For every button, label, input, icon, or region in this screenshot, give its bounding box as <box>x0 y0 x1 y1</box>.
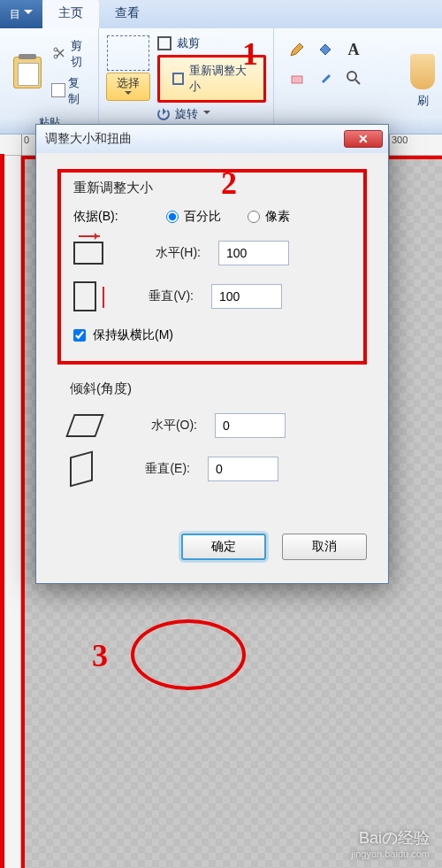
skew-v-input[interactable] <box>208 457 278 481</box>
resize-button[interactable]: 重新调整大小 <box>157 55 266 103</box>
text-tool-icon[interactable]: A <box>343 39 364 60</box>
paste-button[interactable] <box>7 42 48 104</box>
pencil-tool-icon[interactable] <box>286 39 308 60</box>
select-button[interactable]: 选择 <box>106 73 150 101</box>
aspect-label: 保持纵横比(M) <box>93 327 173 343</box>
eraser-tool-icon[interactable] <box>286 67 308 88</box>
radio-percent-label: 百分比 <box>184 209 221 225</box>
group-image: 选择 裁剪 重新调整大小 旋转 <box>99 28 274 134</box>
select-label: 选择 <box>117 75 140 91</box>
group-tools: A <box>274 28 403 134</box>
cut-button[interactable]: 剪切 <box>53 38 92 70</box>
resize-skew-dialog: 调整大小和扭曲 ✕ 重新调整大小 依据(B): 百分比 像素 水平(H): <box>35 124 389 584</box>
resize-h-input[interactable] <box>218 241 289 265</box>
crop-button[interactable]: 裁剪 <box>157 35 266 51</box>
by-label: 依据(B): <box>73 209 140 225</box>
ribbon-tabs: 目 主页 查看 <box>0 0 442 28</box>
tab-home[interactable]: 主页 <box>42 0 99 28</box>
quick-access-toolbar[interactable]: 目 <box>0 0 42 28</box>
group-clipboard: 剪切 复制 粘贴 <box>0 28 99 134</box>
skew-h-label: 水平(O): <box>118 418 197 434</box>
copy-icon <box>53 85 65 97</box>
radio-pixels-label: 像素 <box>265 209 290 225</box>
skew-h-input[interactable] <box>215 413 286 438</box>
resize-section: 重新调整大小 依据(B): 百分比 像素 水平(H): 垂直(V): <box>57 169 367 365</box>
dialog-title: 调整大小和扭曲 <box>42 131 344 147</box>
fill-tool-icon[interactable] <box>315 39 336 60</box>
skew-vertical-icon <box>70 451 93 488</box>
crop-icon <box>157 36 171 50</box>
skew-section: 倾斜(角度) 水平(O): 垂直(E): <box>57 377 367 509</box>
radio-pixels[interactable]: 像素 <box>248 209 290 225</box>
skew-heading: 倾斜(角度) <box>70 380 354 397</box>
annotation-redline <box>0 154 4 868</box>
ruler-tick: 0 <box>21 134 29 156</box>
magnifier-tool-icon[interactable] <box>343 67 364 88</box>
cancel-button[interactable]: 取消 <box>282 534 367 560</box>
aspect-checkbox[interactable]: 保持纵横比(M) <box>73 327 351 343</box>
close-button[interactable]: ✕ <box>344 130 383 148</box>
svg-point-3 <box>347 72 356 81</box>
resize-v-input[interactable] <box>211 284 282 309</box>
watermark-brand: Baiの经验 <box>359 829 430 847</box>
brush-icon[interactable] <box>410 54 435 89</box>
resize-horizontal-icon <box>73 242 103 265</box>
crop-label: 裁剪 <box>177 35 200 51</box>
chevron-down-icon <box>203 111 210 118</box>
copy-button[interactable]: 复制 <box>53 75 92 107</box>
watermark-url: jingyan.baidu.com <box>351 849 430 859</box>
resize-v-label: 垂直(V): <box>114 288 194 304</box>
qat-dropdown-icon <box>24 10 33 19</box>
rotate-icon <box>157 108 170 120</box>
resize-heading: 重新调整大小 <box>73 180 351 196</box>
tab-view[interactable]: 查看 <box>99 0 156 28</box>
rotate-label: 旋转 <box>175 106 198 122</box>
cut-label: 剪切 <box>71 38 92 70</box>
aspect-checkbox-input[interactable] <box>73 329 86 342</box>
dialog-titlebar[interactable]: 调整大小和扭曲 ✕ <box>36 125 388 153</box>
scissors-icon <box>53 46 67 63</box>
clipboard-icon <box>13 57 42 88</box>
rotate-button[interactable]: 旋转 <box>157 106 266 122</box>
resize-label: 重新调整大小 <box>189 63 251 95</box>
resize-h-label: 水平(H): <box>121 245 201 261</box>
ribbon-body: 剪切 复制 粘贴 选择 裁剪 重新调 <box>0 28 442 134</box>
radio-percent[interactable]: 百分比 <box>166 209 221 225</box>
radio-pixels-input[interactable] <box>248 211 260 223</box>
qat-label: 目 <box>10 7 20 22</box>
watermark: Baiの经验 jingyan.baidu.com <box>351 827 430 859</box>
chevron-down-icon <box>125 91 132 98</box>
resize-vertical-icon <box>73 281 96 311</box>
copy-label: 复制 <box>68 75 91 107</box>
ok-button[interactable]: 确定 <box>181 534 266 560</box>
brush-label: 刷 <box>417 93 429 109</box>
skew-horizontal-icon <box>65 414 103 437</box>
radio-percent-input[interactable] <box>166 211 179 223</box>
ruler-tick: 300 <box>389 134 408 156</box>
svg-rect-2 <box>292 76 302 83</box>
picker-tool-icon[interactable] <box>315 67 336 88</box>
select-marquee-icon <box>107 35 149 71</box>
skew-v-label: 垂直(E): <box>110 461 190 477</box>
resize-icon <box>172 73 184 85</box>
close-icon: ✕ <box>358 132 369 146</box>
